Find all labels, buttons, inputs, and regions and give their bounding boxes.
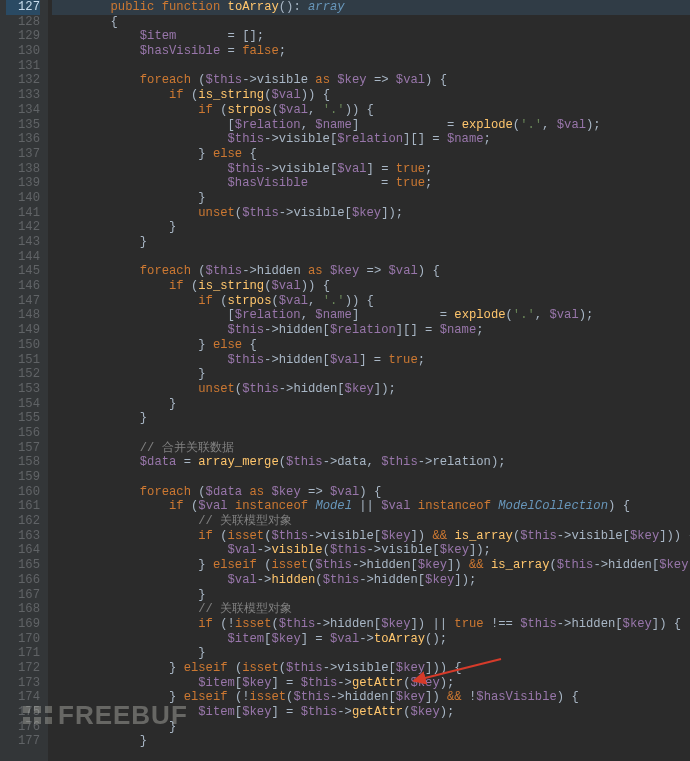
line-number: 168 — [6, 602, 40, 617]
line-number: 154 — [6, 397, 40, 412]
line-number: 167 — [6, 588, 40, 603]
code-line: } — [52, 720, 690, 735]
line-number: 159 — [6, 470, 40, 485]
code-line: } — [52, 191, 690, 206]
code-line: if (!isset($this->hidden[$key]) || true … — [52, 617, 690, 632]
code-line: } elseif (isset($this->visible[$key])) { — [52, 661, 690, 676]
code-line: unset($this->hidden[$key]); — [52, 382, 690, 397]
line-number: 127 — [6, 0, 40, 15]
code-line: $data = array_merge($this->data, $this->… — [52, 455, 690, 470]
line-number: 145 — [6, 264, 40, 279]
code-editor: 1271281291301311321331341351361371381391… — [0, 0, 690, 761]
line-number: 129 — [6, 29, 40, 44]
code-line: $this->visible[$relation][] = $name; — [52, 132, 690, 147]
line-number: 165 — [6, 558, 40, 573]
code-line: $item[$key] = $this->getAttr($key); — [52, 676, 690, 691]
line-number: 143 — [6, 235, 40, 250]
line-number-gutter[interactable]: 1271281291301311321331341351361371381391… — [0, 0, 48, 761]
line-number: 155 — [6, 411, 40, 426]
code-line: $val->visible($this->visible[$key]); — [52, 543, 690, 558]
code-line: } elseif (isset($this->hidden[$key]) && … — [52, 558, 690, 573]
code-line: foreach ($this->visible as $key => $val)… — [52, 73, 690, 88]
code-line: $hasVisible = true; — [52, 176, 690, 191]
code-line: { — [52, 15, 690, 30]
line-number: 161 — [6, 499, 40, 514]
line-number: 150 — [6, 338, 40, 353]
line-number: 139 — [6, 176, 40, 191]
code-line — [52, 59, 690, 74]
line-number: 156 — [6, 426, 40, 441]
code-line: if (strpos($val, '.')) { — [52, 294, 690, 309]
code-line: } — [52, 588, 690, 603]
line-number: 177 — [6, 734, 40, 749]
line-number: 138 — [6, 162, 40, 177]
code-line: } elseif (!isset($this->hidden[$key]) &&… — [52, 690, 690, 705]
code-line: if (isset($this->visible[$key]) && is_ar… — [52, 529, 690, 544]
line-number: 160 — [6, 485, 40, 500]
line-number: 141 — [6, 206, 40, 221]
line-number: 142 — [6, 220, 40, 235]
line-number: 169 — [6, 617, 40, 632]
line-number: 131 — [6, 59, 40, 74]
line-number: 152 — [6, 367, 40, 382]
line-number: 136 — [6, 132, 40, 147]
code-line: [$relation, $name] = explode('.', $val); — [52, 118, 690, 133]
code-line: foreach ($this->hidden as $key => $val) … — [52, 264, 690, 279]
line-number: 151 — [6, 353, 40, 368]
code-line: $this->hidden[$val] = true; — [52, 353, 690, 368]
line-number: 137 — [6, 147, 40, 162]
code-line: } else { — [52, 147, 690, 162]
code-line: $item[$key] = $val->toArray(); — [52, 632, 690, 647]
code-line: // 合并关联数据 — [52, 441, 690, 456]
code-line: } else { — [52, 338, 690, 353]
line-number: 172 — [6, 661, 40, 676]
code-line: // 关联模型对象 — [52, 602, 690, 617]
line-number: 147 — [6, 294, 40, 309]
code-line: $item[$key] = $this->getAttr($key); — [52, 705, 690, 720]
code-line: } — [52, 734, 690, 749]
line-number: 157 — [6, 441, 40, 456]
code-line: $hasVisible = false; — [52, 44, 690, 59]
line-number: 153 — [6, 382, 40, 397]
line-number: 132 — [6, 73, 40, 88]
code-line: $this->hidden[$relation][] = $name; — [52, 323, 690, 338]
code-line: } — [52, 220, 690, 235]
code-line: // 关联模型对象 — [52, 514, 690, 529]
code-line: if (is_string($val)) { — [52, 88, 690, 103]
line-number: 173 — [6, 676, 40, 691]
line-number: 158 — [6, 455, 40, 470]
line-number: 133 — [6, 88, 40, 103]
code-line: } — [52, 397, 690, 412]
code-line — [52, 426, 690, 441]
line-number: 166 — [6, 573, 40, 588]
code-line: if (strpos($val, '.')) { — [52, 103, 690, 118]
line-number: 162 — [6, 514, 40, 529]
line-number: 175 — [6, 705, 40, 720]
code-line: [$relation, $name] = explode('.', $val); — [52, 308, 690, 323]
code-line: } — [52, 411, 690, 426]
code-line: $item = []; — [52, 29, 690, 44]
code-line: if (is_string($val)) { — [52, 279, 690, 294]
line-number: 128 — [6, 15, 40, 30]
code-line: public function toArray(): array — [52, 0, 690, 15]
line-number: 144 — [6, 250, 40, 265]
code-line: $this->visible[$val] = true; — [52, 162, 690, 177]
code-line: unset($this->visible[$key]); — [52, 206, 690, 221]
code-line: foreach ($data as $key => $val) { — [52, 485, 690, 500]
line-number: 170 — [6, 632, 40, 647]
line-number: 164 — [6, 543, 40, 558]
line-number: 146 — [6, 279, 40, 294]
code-line — [52, 470, 690, 485]
code-line: $val->hidden($this->hidden[$key]); — [52, 573, 690, 588]
line-number: 163 — [6, 529, 40, 544]
code-area[interactable]: public function toArray(): array { $item… — [48, 0, 690, 761]
code-line: if ($val instanceof Model || $val instan… — [52, 499, 690, 514]
code-line — [52, 250, 690, 265]
line-number: 134 — [6, 103, 40, 118]
code-line: } — [52, 367, 690, 382]
line-number: 149 — [6, 323, 40, 338]
line-number: 171 — [6, 646, 40, 661]
line-number: 135 — [6, 118, 40, 133]
line-number: 140 — [6, 191, 40, 206]
code-line: } — [52, 646, 690, 661]
